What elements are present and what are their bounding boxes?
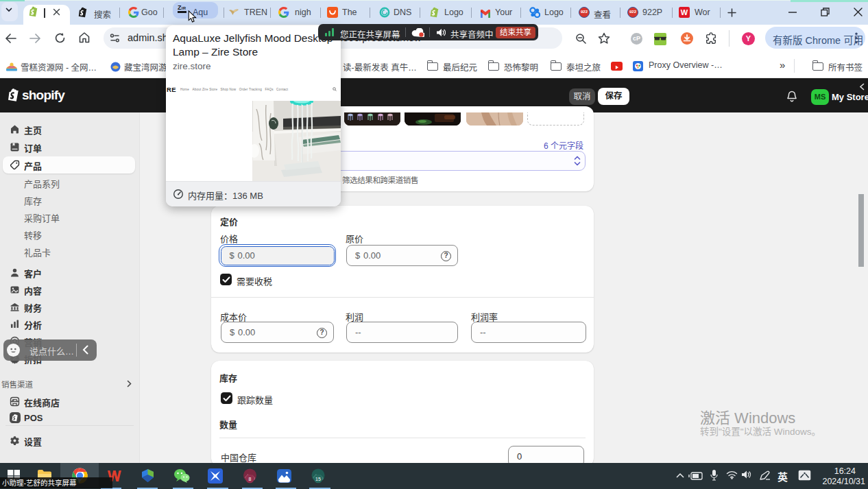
svg-text:15: 15 [315, 477, 321, 481]
svg-text:8: 8 [249, 477, 252, 481]
